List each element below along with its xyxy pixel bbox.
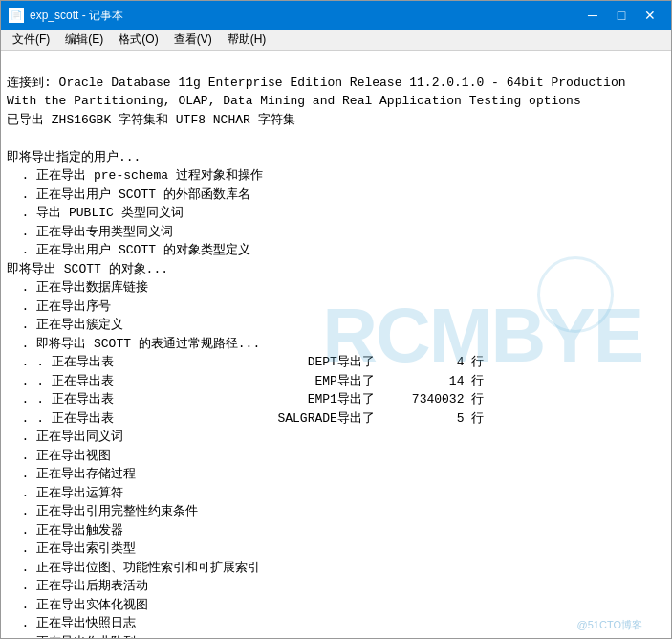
title-bar-left: 📄 exp_scott - 记事本	[9, 8, 123, 24]
minimize-button[interactable]: ─	[579, 5, 606, 26]
notepad-window: 📄 exp_scott - 记事本 ─ □ ✕ 文件(F) 编辑(E) 格式(O…	[0, 0, 672, 639]
menu-help[interactable]: 帮助(H)	[220, 30, 274, 50]
text-area[interactable]: RCMBYE 连接到: Oracle Database 11g Enterpri…	[1, 51, 671, 638]
menu-edit[interactable]: 编辑(E)	[57, 30, 111, 50]
window-controls: ─ □ ✕	[579, 5, 663, 26]
close-button[interactable]: ✕	[637, 5, 663, 26]
text-content: 连接到: Oracle Database 11g Enterprise Edit…	[7, 55, 665, 638]
menu-format[interactable]: 格式(O)	[111, 30, 165, 50]
title-bar: 📄 exp_scott - 记事本 ─ □ ✕	[1, 1, 671, 30]
menu-file[interactable]: 文件(F)	[5, 30, 57, 50]
menu-view[interactable]: 查看(V)	[166, 30, 220, 50]
menu-bar: 文件(F) 编辑(E) 格式(O) 查看(V) 帮助(H)	[1, 30, 671, 51]
window-title: exp_scott - 记事本	[30, 8, 123, 24]
app-icon: 📄	[9, 8, 24, 23]
maximize-button[interactable]: □	[608, 5, 635, 26]
